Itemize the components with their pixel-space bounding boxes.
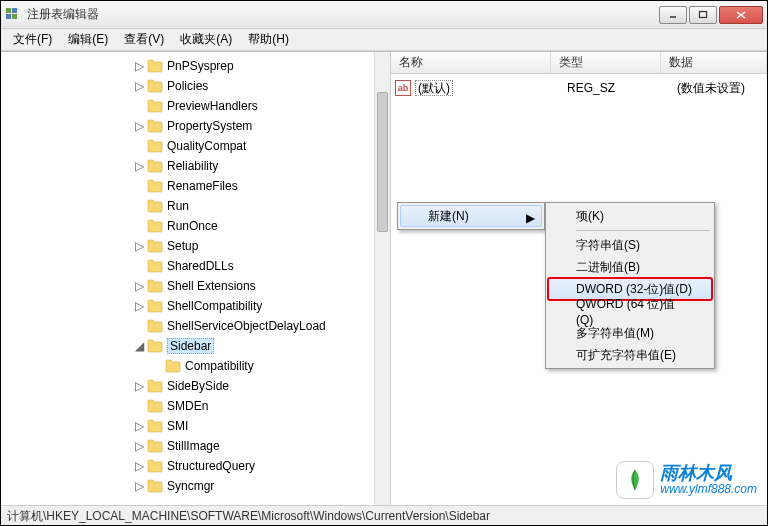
tree-item[interactable]: ▷SMI: [5, 416, 390, 436]
svg-rect-0: [6, 8, 11, 13]
svg-rect-3: [12, 14, 17, 19]
tree-item[interactable]: ▷StructuredQuery: [5, 456, 390, 476]
list-header: 名称 类型 数据: [391, 52, 767, 74]
tree-item-label: Syncmgr: [167, 479, 214, 493]
tree-item[interactable]: ▷Policies: [5, 76, 390, 96]
submenu-string[interactable]: 字符串值(S): [548, 234, 712, 256]
expand-icon[interactable]: ▷: [133, 480, 145, 492]
submenu-expandable[interactable]: 可扩充字符串值(E): [548, 344, 712, 366]
tree-item[interactable]: ▷RenameFiles: [5, 176, 390, 196]
menu-help[interactable]: 帮助(H): [240, 29, 297, 50]
col-header-type[interactable]: 类型: [551, 52, 661, 73]
tree-item-label: Reliability: [167, 159, 218, 173]
tree-item-label: SideBySide: [167, 379, 229, 393]
expand-icon[interactable]: ▷: [133, 60, 145, 72]
menu-view[interactable]: 查看(V): [116, 29, 172, 50]
expand-icon[interactable]: ▷: [133, 460, 145, 472]
list-row[interactable]: ab (默认) REG_SZ (数值未设置): [391, 78, 767, 98]
tree-item[interactable]: ▷Shell Extensions: [5, 276, 390, 296]
tree-item[interactable]: ▷ShellCompatibility: [5, 296, 390, 316]
cell-type: REG_SZ: [567, 81, 677, 95]
tree-item-label: QualityCompat: [167, 139, 246, 153]
expand-icon[interactable]: ▷: [133, 380, 145, 392]
col-header-name[interactable]: 名称: [391, 52, 551, 73]
expand-icon[interactable]: ▷: [133, 420, 145, 432]
submenu-binary[interactable]: 二进制值(B): [548, 256, 712, 278]
collapse-icon[interactable]: ◢: [133, 340, 145, 352]
close-button[interactable]: [719, 6, 763, 24]
tree-item[interactable]: ▷Syncmgr: [5, 476, 390, 496]
scrollbar-thumb[interactable]: [377, 92, 388, 232]
cell-data: (数值未设置): [677, 80, 767, 97]
tree-item[interactable]: ▷SideBySide: [5, 376, 390, 396]
list-body: ab (默认) REG_SZ (数值未设置): [391, 74, 767, 102]
tree-item-label: Compatibility: [185, 359, 254, 373]
expand-icon[interactable]: ▷: [133, 160, 145, 172]
tree-item-label: ShellCompatibility: [167, 299, 262, 313]
maximize-button[interactable]: [689, 6, 717, 24]
expand-icon[interactable]: ▷: [133, 440, 145, 452]
tree-item-label: PreviewHandlers: [167, 99, 258, 113]
tree-item-label: StructuredQuery: [167, 459, 255, 473]
tree-item-label: Setup: [167, 239, 198, 253]
tree-item-label: RunOnce: [167, 219, 218, 233]
expand-icon[interactable]: ▷: [133, 80, 145, 92]
tree-item[interactable]: ▷QualityCompat: [5, 136, 390, 156]
minimize-button[interactable]: [659, 6, 687, 24]
tree-pane: ▷PnPSysprep▷Policies▷PreviewHandlers▷Pro…: [1, 52, 391, 505]
context-menu: 新建(N) ▶: [397, 202, 545, 230]
tree-item[interactable]: ▷Reliability: [5, 156, 390, 176]
menu-file[interactable]: 文件(F): [5, 29, 60, 50]
list-pane: 名称 类型 数据 ab (默认) REG_SZ (数值未设置) 新建(N) ▶ …: [391, 52, 767, 505]
tree-item-label: PnPSysprep: [167, 59, 234, 73]
svg-rect-5: [700, 11, 707, 17]
tree-item[interactable]: ▷PropertySystem: [5, 116, 390, 136]
submenu-multi[interactable]: 多字符串值(M): [548, 322, 712, 344]
expand-icon[interactable]: ▷: [133, 280, 145, 292]
titlebar: 注册表编辑器: [1, 1, 767, 29]
submenu-qword[interactable]: QWORD (64 位)值(Q): [548, 300, 712, 322]
tree-item-label: RenameFiles: [167, 179, 238, 193]
expand-icon[interactable]: ▷: [133, 120, 145, 132]
tree-item[interactable]: ▷RunOnce: [5, 216, 390, 236]
cell-name: (默认): [415, 80, 567, 97]
tree-item-label: PropertySystem: [167, 119, 252, 133]
expand-icon[interactable]: ▷: [133, 240, 145, 252]
tree-item[interactable]: ▷PnPSysprep: [5, 56, 390, 76]
tree-item[interactable]: ▷SharedDLLs: [5, 256, 390, 276]
tree-item-label: SharedDLLs: [167, 259, 234, 273]
tree-item[interactable]: ▷SMDEn: [5, 396, 390, 416]
tree-item-label: SMDEn: [167, 399, 208, 413]
window-controls: [657, 6, 763, 24]
tree-item-label: Shell Extensions: [167, 279, 256, 293]
tree-item-label: Sidebar: [167, 338, 214, 354]
string-value-icon: ab: [395, 80, 411, 96]
tree-item-label: Run: [167, 199, 189, 213]
expand-icon[interactable]: ▷: [133, 300, 145, 312]
context-submenu: 项(K) 字符串值(S) 二进制值(B) DWORD (32-位)值(D) QW…: [545, 202, 715, 369]
tree-item-label: Policies: [167, 79, 208, 93]
submenu-key[interactable]: 项(K): [548, 205, 712, 227]
svg-rect-1: [12, 8, 17, 13]
col-header-data[interactable]: 数据: [661, 52, 767, 73]
context-new[interactable]: 新建(N) ▶: [400, 205, 542, 227]
tree-item-label: ShellServiceObjectDelayLoad: [167, 319, 326, 333]
tree-item[interactable]: ▷StillImage: [5, 436, 390, 456]
tree-item[interactable]: ▷PreviewHandlers: [5, 96, 390, 116]
tree-item[interactable]: ▷Compatibility: [5, 356, 390, 376]
tree-scrollbar[interactable]: [374, 52, 390, 505]
menubar: 文件(F) 编辑(E) 查看(V) 收藏夹(A) 帮助(H): [1, 29, 767, 51]
tree-item-label: StillImage: [167, 439, 220, 453]
tree-item[interactable]: ▷ShellServiceObjectDelayLoad: [5, 316, 390, 336]
menu-edit[interactable]: 编辑(E): [60, 29, 116, 50]
menu-separator: [576, 230, 710, 231]
tree-item[interactable]: ◢Sidebar: [5, 336, 390, 356]
window-title: 注册表编辑器: [27, 6, 657, 23]
main-area: ▷PnPSysprep▷Policies▷PreviewHandlers▷Pro…: [1, 51, 767, 505]
tree-item-label: SMI: [167, 419, 188, 433]
submenu-arrow-icon: ▶: [526, 211, 535, 225]
tree-item[interactable]: ▷Setup: [5, 236, 390, 256]
statusbar: 计算机\HKEY_LOCAL_MACHINE\SOFTWARE\Microsof…: [1, 505, 767, 525]
tree-item[interactable]: ▷Run: [5, 196, 390, 216]
menu-favorites[interactable]: 收藏夹(A): [172, 29, 240, 50]
